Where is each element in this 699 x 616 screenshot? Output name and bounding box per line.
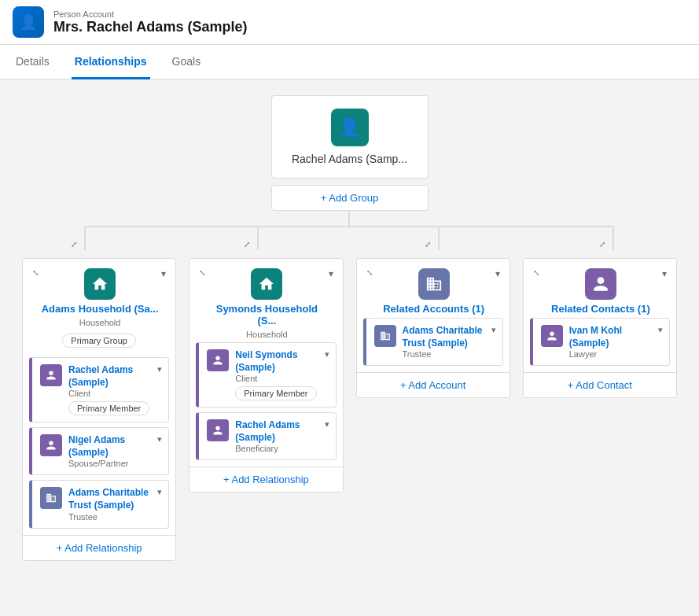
shrink-icon[interactable]: ⤡ [533,268,539,277]
member-info: Rachel Adams (Sample) Beneficiary [235,419,318,453]
primary-member-badge: Primary Member [235,386,316,400]
tab-relationships[interactable]: Relationships [72,46,150,79]
column-adams-household: ⤡ Adams Household (Sa... Household ▾ Pri… [22,258,176,561]
col-icon-accounts [418,268,450,300]
member-info: Ivan M Kohl (Sample) Lawyer [569,325,652,359]
member-list: Adams Charitable Trust (Sample) Trustee … [357,318,510,372]
tab-details[interactable]: Details [13,46,53,79]
root-name: Rachel Adams (Samp... [292,153,407,165]
member-icon [374,325,396,347]
member-role: Trustee [68,512,151,522]
svg-text:⤢: ⤢ [244,240,250,249]
member-icon [207,349,229,371]
member-item: Ivan M Kohl (Sample) Lawyer ▾ [530,318,670,366]
column-icon-area: Related Accounts (1) [373,268,495,315]
member-role: Beneficiary [235,444,318,453]
member-name[interactable]: Neil Symonds (Sample) [235,349,318,374]
col-title[interactable]: Related Contacts (1) [551,303,650,315]
account-name: Mrs. Rachel Adams (Sample) [53,19,247,35]
member-list: Neil Symonds (Sample) Client Primary Mem… [189,342,342,467]
member-icon [40,364,62,386]
member-dropdown-icon[interactable]: ▾ [325,419,329,430]
header-meta: Person Account Mrs. Rachel Adams (Sample… [53,9,247,35]
column-related-contacts: ⤡ Related Contacts (1) ▾ Ivan M Kohl (S [523,258,677,398]
column-icon-area: Related Contacts (1) [539,268,662,315]
member-item: Nigel Adams (Sample) Spouse/Partner ▾ [29,427,169,475]
svg-text:⤢: ⤢ [599,240,605,249]
add-relationship-button-1[interactable]: + Add Relationship [23,535,175,560]
member-item: Rachel Adams (Sample) Client Primary Mem… [29,357,169,422]
member-dropdown-icon[interactable]: ▾ [157,487,162,497]
member-item: Adams Charitable Trust (Sample) Trustee … [29,480,169,528]
account-type: Person Account [53,9,247,19]
member-dropdown-icon[interactable]: ▾ [325,349,329,360]
member-role: Trustee [403,349,485,359]
col-icon-contacts [585,268,616,300]
col-subtitle: Household [79,318,121,327]
member-dropdown-icon[interactable]: ▾ [658,325,663,335]
primary-group-badge: Primary Group [62,334,136,348]
header-icon: 👤 [13,6,44,38]
column-header: ⤡ Symonds Household (S... Household ▾ [189,259,342,342]
columns-wrapper: ⤡ Adams Household (Sa... Household ▾ Pri… [16,258,683,561]
add-group-button[interactable]: + Add Group [271,185,429,211]
member-dropdown-icon[interactable]: ▾ [491,325,496,335]
member-dropdown-icon[interactable]: ▾ [157,364,162,374]
member-name[interactable]: Rachel Adams (Sample) [68,364,151,389]
col-title[interactable]: Symonds Household (S... [205,303,328,326]
dropdown-icon[interactable]: ▾ [329,268,333,279]
member-name[interactable]: Adams Charitable Trust (Sample) [403,325,485,349]
member-name[interactable]: Nigel Adams (Sample) [68,434,151,459]
column-icon-area: Symonds Household (S... Household [205,268,328,339]
member-icon [40,434,62,456]
member-role: Spouse/Partner [68,459,151,468]
member-role: Lawyer [569,349,652,359]
root-node: 👤 Rachel Adams (Samp... [271,95,429,179]
member-info: Adams Charitable Trust (Sample) Trustee [68,487,151,521]
member-icon [40,487,62,509]
member-info: Neil Symonds (Sample) Client Primary Mem… [235,349,318,400]
add-relationship-button-2[interactable]: + Add Relationship [189,467,342,492]
svg-text:⤢: ⤢ [425,240,431,249]
svg-text:⤢: ⤢ [71,240,77,249]
col-icon-household [84,268,116,300]
shrink-icon[interactable]: ⤡ [32,268,39,277]
member-list: Rachel Adams (Sample) Client Primary Mem… [23,357,175,535]
add-contact-button[interactable]: + Add Contact [524,372,676,397]
member-name[interactable]: Ivan M Kohl (Sample) [569,325,652,349]
content-area: 👤 Rachel Adams (Samp... + Add Group ⤢ ⤢ … [0,79,699,616]
column-header: ⤡ Related Contacts (1) ▾ [524,259,676,318]
col-icon-household [251,268,282,300]
add-account-button[interactable]: + Add Account [357,372,510,397]
member-dropdown-icon[interactable]: ▾ [157,434,162,444]
member-list: Ivan M Kohl (Sample) Lawyer ▾ [524,318,676,372]
column-related-accounts: ⤡ Related Accounts (1) ▾ Adams Charitab [356,258,510,398]
shrink-icon[interactable]: ⤡ [366,268,373,277]
dropdown-icon[interactable]: ▾ [161,268,166,279]
tab-goals[interactable]: Goals [169,46,204,79]
member-icon [207,419,229,441]
member-role: Client [68,389,151,398]
column-header: ⤡ Adams Household (Sa... Household ▾ [23,259,175,330]
column-header: ⤡ Related Accounts (1) ▾ [357,259,510,318]
member-info: Nigel Adams (Sample) Spouse/Partner [68,434,151,468]
tree-root-section: 👤 Rachel Adams (Samp... + Add Group [16,95,683,211]
col-title[interactable]: Related Accounts (1) [383,303,484,315]
root-icon: 👤 [331,109,369,146]
col-subtitle: Household [246,330,288,339]
member-item: Rachel Adams (Sample) Beneficiary ▾ [196,412,336,460]
col-title[interactable]: Adams Household (Sa... [42,303,159,315]
member-info: Adams Charitable Trust (Sample) Trustee [403,325,485,359]
member-item: Neil Symonds (Sample) Client Primary Mem… [196,342,336,408]
column-icon-area: Adams Household (Sa... Household [39,268,161,327]
dropdown-icon[interactable]: ▾ [495,268,500,279]
column-symonds-household: ⤡ Symonds Household (S... Household ▾ [189,258,343,492]
member-name[interactable]: Adams Charitable Trust (Sample) [68,487,151,511]
page-header: 👤 Person Account Mrs. Rachel Adams (Samp… [0,0,699,79]
member-icon [541,325,563,347]
member-name[interactable]: Rachel Adams (Sample) [235,419,318,444]
member-role: Client [235,374,318,383]
shrink-icon[interactable]: ⤡ [199,268,205,277]
dropdown-icon[interactable]: ▾ [662,268,667,279]
member-info: Rachel Adams (Sample) Client Primary Mem… [68,364,151,415]
